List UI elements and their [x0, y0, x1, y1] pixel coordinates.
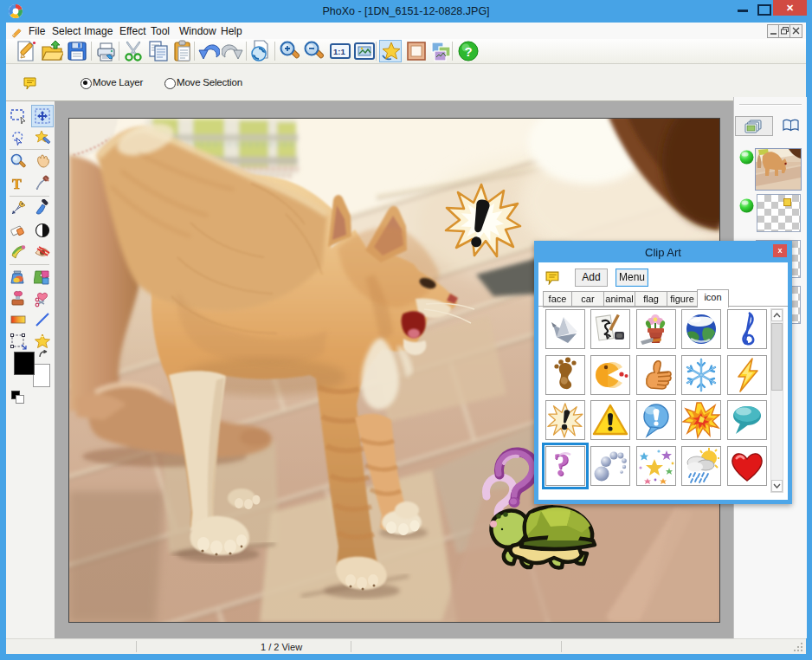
svg-text:?: ? [465, 44, 473, 59]
svg-text:T: T [12, 177, 22, 191]
svg-text:1:1: 1:1 [333, 47, 345, 56]
